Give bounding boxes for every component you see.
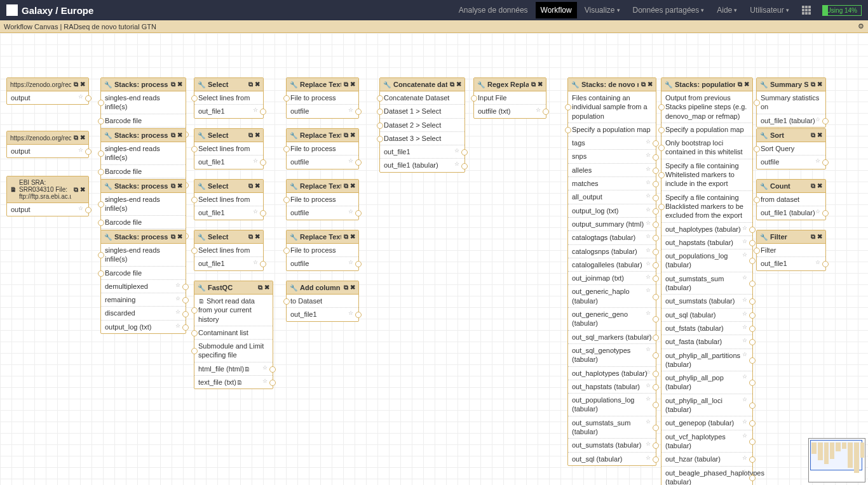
node-output[interactable]: out_file1 (tabular)☆	[380, 159, 465, 171]
node-input[interactable]: Specify a population map	[661, 123, 752, 136]
node-output[interactable]: out_file1☆	[380, 145, 465, 159]
node-input[interactable]: Barcode file	[101, 165, 186, 178]
node-output[interactable]: remaining☆	[101, 293, 186, 307]
star-icon[interactable]: ☆	[815, 208, 820, 216]
star-icon[interactable]: ☆	[742, 238, 747, 246]
star-icon[interactable]: ☆	[262, 364, 268, 372]
star-icon[interactable]: ☆	[175, 309, 180, 316]
workflow-node[interactable]: 🔧Count⧉✖from datasetout_file1 (tabular)☆	[756, 179, 826, 220]
node-output[interactable]: out_phylip_all_pop (tabular)☆	[661, 371, 752, 394]
workflow-node[interactable]: 🔧Select⧉✖Select lines fromout_file1☆	[194, 128, 264, 169]
star-icon[interactable]: ☆	[742, 455, 747, 462]
clone-icon[interactable]: ⧉	[344, 182, 348, 190]
node-title-bar[interactable]: 🔧Replace Text⧉✖	[287, 180, 358, 193]
node-output[interactable]: outfile☆	[287, 156, 358, 168]
close-icon[interactable]: ✖	[538, 81, 543, 88]
star-icon[interactable]: ☆	[742, 418, 747, 426]
node-output[interactable]: out_hapstats (tabular)☆	[661, 236, 752, 249]
star-icon[interactable]: ☆	[348, 208, 353, 216]
star-icon[interactable]: ☆	[78, 147, 83, 154]
close-icon[interactable]: ✖	[255, 131, 260, 139]
node-input[interactable]: singles-end reads infile(s)	[101, 142, 186, 165]
node-input[interactable]: File to process	[287, 142, 358, 156]
star-icon[interactable]: ☆	[348, 157, 353, 165]
star-icon[interactable]: ☆	[815, 157, 820, 165]
node-title-bar[interactable]: 🔧Select⧉✖	[194, 180, 263, 193]
node-input[interactable]: Sort Query	[757, 142, 825, 156]
star-icon[interactable]: ☆	[454, 147, 459, 155]
star-icon[interactable]: ☆	[742, 432, 747, 440]
node-input[interactable]: singles-end reads infile(s)	[101, 91, 186, 114]
workflow-node[interactable]: 🔧Stacks: process radtags⧉✖singles-end re…	[100, 230, 186, 334]
star-icon[interactable]: ☆	[742, 274, 747, 282]
node-output[interactable]: output_log (txt)☆	[101, 321, 186, 333]
clone-icon[interactable]: ⧉	[171, 131, 175, 139]
node-output[interactable]: html_file (html)🗎☆	[194, 362, 273, 376]
node-input[interactable]: File to process	[287, 244, 358, 257]
node-output[interactable]: outfile☆	[287, 206, 358, 219]
star-icon[interactable]: ☆	[646, 233, 651, 241]
minimap[interactable]	[808, 438, 865, 482]
node-title-bar[interactable]: 🔧Replace Text⧉✖	[287, 230, 358, 244]
node-title-bar[interactable]: 🔧Select⧉✖	[194, 230, 263, 244]
node-output[interactable]: out_file1☆	[194, 206, 263, 219]
star-icon[interactable]: ☆	[646, 455, 651, 462]
node-output[interactable]: out_hapstats (tabular)☆	[568, 380, 656, 394]
nav-utilisateur[interactable]: Utilisateur	[745, 2, 794, 18]
star-icon[interactable]: ☆	[175, 295, 180, 303]
star-icon[interactable]: ☆	[454, 161, 459, 168]
node-output[interactable]: catalogtags (tabular)☆	[568, 231, 656, 244]
node-output[interactable]: output_log (txt)☆	[568, 204, 656, 218]
node-output[interactable]: out_fasta (tabular)☆	[661, 335, 752, 349]
star-icon[interactable]: ☆	[646, 166, 651, 173]
node-title-bar[interactable]: 🔧Stacks: de novo map⧉✖	[568, 78, 656, 91]
clone-icon[interactable]: ⧉	[258, 284, 262, 291]
node-output[interactable]: output_summary (html)☆	[568, 218, 656, 231]
node-output[interactable]: out_sumstats_sum (tabular)☆	[661, 272, 752, 295]
star-icon[interactable]: ☆	[348, 107, 353, 114]
clone-icon[interactable]: ⧉	[531, 81, 536, 88]
node-output[interactable]: out_populations_log (tabular)☆	[661, 249, 752, 272]
close-icon[interactable]: ✖	[456, 81, 461, 88]
node-output[interactable]: demultiplexed☆	[101, 280, 186, 293]
node-output[interactable]: out_file1☆	[194, 156, 263, 168]
close-icon[interactable]: ✖	[255, 81, 260, 88]
node-input[interactable]: Specify a file containing Blacklisted ma…	[661, 191, 752, 223]
clone-icon[interactable]: ⧉	[74, 81, 78, 88]
node-output[interactable]: tags☆	[568, 136, 656, 150]
node-title-bar[interactable]: 🔧Stacks: process radtags⧉✖	[101, 230, 186, 244]
star-icon[interactable]: ☆	[646, 206, 651, 214]
star-icon[interactable]: ☆	[646, 369, 651, 376]
workflow-node[interactable]: 🔧Select⧉✖Select lines fromout_file1☆	[194, 77, 264, 119]
node-input[interactable]: Barcode file	[101, 114, 186, 128]
star-icon[interactable]: ☆	[742, 251, 747, 259]
close-icon[interactable]: ✖	[80, 186, 85, 194]
star-icon[interactable]: ☆	[742, 337, 747, 345]
star-icon[interactable]: ☆	[536, 107, 541, 114]
star-icon[interactable]: ☆	[646, 418, 651, 426]
workflow-node[interactable]: https://zenodo.org/record/1134547/files/…	[6, 77, 89, 105]
star-icon[interactable]: ☆	[646, 310, 651, 317]
close-icon[interactable]: ✖	[350, 284, 355, 291]
clone-icon[interactable]: ⧉	[811, 131, 815, 139]
clone-icon[interactable]: ⧉	[248, 233, 253, 241]
clone-icon[interactable]: ⧉	[811, 81, 815, 88]
node-output[interactable]: alleles☆	[568, 164, 656, 177]
node-output[interactable]: out_file1☆	[287, 308, 358, 321]
node-title-bar[interactable]: 🔧Select⧉✖	[194, 129, 263, 142]
clone-icon[interactable]: ⧉	[344, 233, 348, 241]
node-input[interactable]: Select lines from	[194, 142, 263, 156]
clone-icon[interactable]: ⧉	[248, 182, 253, 190]
node-input[interactable]: Select lines from	[194, 91, 263, 105]
clone-icon[interactable]: ⧉	[344, 81, 348, 88]
node-output[interactable]: discarded☆	[101, 307, 186, 320]
node-title-bar[interactable]: 🔧Stacks: process radtags⧉✖	[101, 78, 186, 91]
star-icon[interactable]: ☆	[646, 395, 651, 403]
clone-icon[interactable]: ⧉	[738, 81, 742, 88]
clone-icon[interactable]: ⧉	[171, 182, 175, 190]
node-title-bar[interactable]: 🔧Concatenate datasets⧉✖	[380, 78, 465, 91]
node-output[interactable]: out_file1 (tabular)☆	[757, 114, 825, 127]
close-icon[interactable]: ✖	[817, 81, 822, 88]
node-output[interactable]: outfile☆	[287, 105, 358, 117]
clone-icon[interactable]: ⧉	[344, 131, 348, 139]
